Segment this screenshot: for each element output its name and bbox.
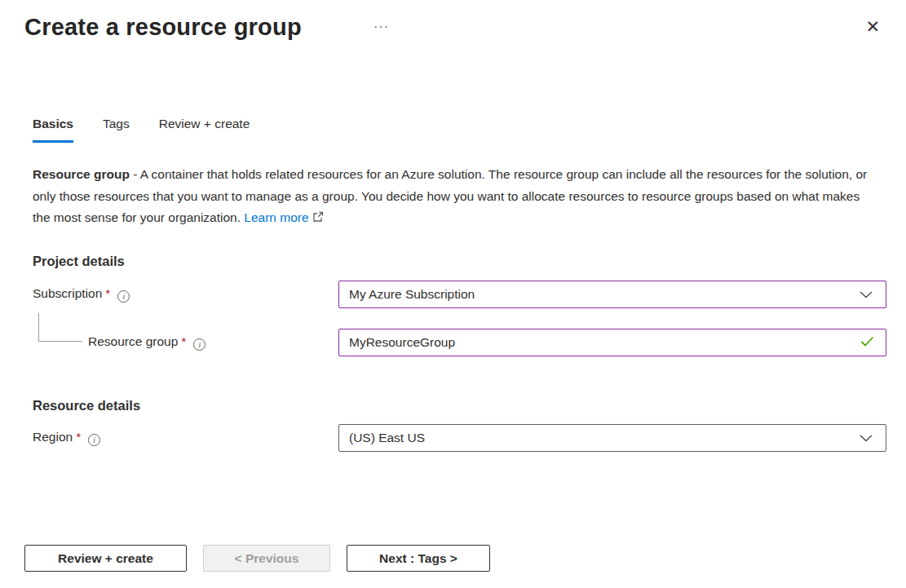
subscription-dropdown[interactable]: My Azure Subscription — [338, 281, 886, 308]
page-title: Create a resource group — [24, 14, 302, 41]
region-dropdown[interactable]: (US) East US — [338, 424, 886, 452]
required-marker: * — [76, 430, 81, 444]
tab-bar: Basics Tags Review + create — [33, 117, 250, 143]
description-lead: Resource group — [33, 167, 130, 181]
resource-group-label: Resource group*i — [88, 334, 206, 351]
required-marker: * — [181, 334, 186, 348]
info-icon[interactable]: i — [193, 338, 206, 351]
resource-group-input-box — [338, 329, 886, 356]
tab-review-create[interactable]: Review + create — [159, 117, 250, 143]
region-value: (US) East US — [349, 431, 860, 445]
wizard-footer: Review + create < Previous Next : Tags > — [24, 545, 490, 572]
create-resource-group-dialog: Create a resource group ··· ✕ Basics Tag… — [0, 0, 906, 588]
review-create-button[interactable]: Review + create — [24, 545, 187, 572]
resource-group-input[interactable] — [349, 335, 860, 350]
required-marker: * — [105, 286, 110, 300]
previous-button[interactable]: < Previous — [203, 545, 330, 572]
info-icon[interactable]: i — [88, 434, 100, 446]
project-details-heading: Project details — [33, 254, 125, 269]
description-body: - A container that holds related resourc… — [33, 167, 867, 224]
chevron-down-icon — [860, 431, 873, 445]
valid-checkmark-icon — [860, 335, 874, 350]
chevron-down-icon — [860, 287, 873, 302]
region-label: Region*i — [33, 430, 100, 446]
tab-description: Resource group - A container that holds … — [33, 164, 874, 230]
info-icon[interactable]: i — [117, 290, 130, 303]
next-tags-button[interactable]: Next : Tags > — [347, 545, 490, 572]
external-link-icon[interactable] — [312, 208, 324, 230]
resource-group-row: Resource group*i — [0, 329, 906, 356]
subscription-label: Subscription*i — [33, 286, 130, 303]
region-row: Region*i (US) East US — [0, 424, 906, 452]
more-options-icon[interactable]: ··· — [373, 20, 389, 34]
learn-more-link[interactable]: Learn more — [244, 210, 308, 224]
close-icon[interactable]: ✕ — [865, 18, 880, 35]
subscription-row: Subscription*i My Azure Subscription — [0, 281, 906, 308]
tab-tags[interactable]: Tags — [103, 117, 130, 143]
tab-basics[interactable]: Basics — [33, 117, 73, 143]
resource-details-heading: Resource details — [33, 398, 140, 413]
subscription-value: My Azure Subscription — [349, 287, 860, 302]
